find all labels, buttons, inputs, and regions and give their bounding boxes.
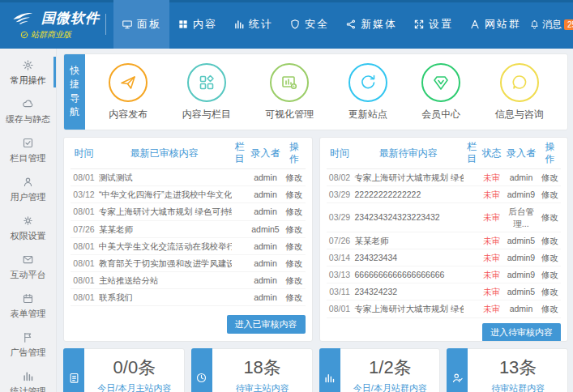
edit-link[interactable]: 修改 bbox=[284, 169, 306, 186]
nav-item-content[interactable]: 内容 bbox=[169, 0, 225, 49]
cell-entrant: admin bbox=[503, 300, 539, 317]
messages-label: 消息 bbox=[542, 18, 562, 32]
stat-value: 1/2条 bbox=[341, 356, 440, 380]
sidebar-item-ad-mgmt[interactable]: 广告管理 bbox=[0, 325, 56, 364]
main-nav: 面板 内容 统计 安全 新媒体 设置 网站群 bbox=[113, 0, 529, 49]
col-header-column: 栏目 bbox=[232, 138, 248, 169]
cell-title: 某某老师 bbox=[97, 220, 232, 237]
edit-link[interactable]: 修改 bbox=[539, 169, 561, 186]
cell-title: 234234324323223432 bbox=[353, 203, 464, 232]
stat-label: 待审站群内容 bbox=[468, 382, 567, 392]
cell-title: 某某老师 bbox=[353, 232, 464, 249]
edit-link[interactable]: 修改 bbox=[284, 203, 306, 220]
status-badge: 未审 bbox=[480, 232, 503, 249]
stat-value: 0/0条 bbox=[85, 356, 184, 380]
nav-item-sitegroup[interactable]: 网站群 bbox=[461, 0, 529, 49]
edit-link[interactable]: 修改 bbox=[284, 289, 306, 306]
nav-label: 新媒体 bbox=[361, 17, 397, 32]
quicknav-item-visual[interactable]: 可视化管理 bbox=[265, 63, 314, 121]
sidebar-item-stats-mgmt[interactable]: 统计管理 bbox=[0, 364, 56, 392]
cell-title: 专家上海研讨大城市规划 绿色可持续城市仍为热点... bbox=[353, 169, 464, 186]
table-row: 03/29 22222222222222 未审 admin9 修改 bbox=[327, 186, 562, 203]
sidebar-item-label: 用户管理 bbox=[11, 192, 46, 202]
sidebar-item-label: 广告管理 bbox=[11, 347, 46, 357]
table-row: 03/13 6666666666666666666 未审 admin9 修改 bbox=[327, 266, 562, 283]
shapes-icon bbox=[197, 73, 216, 92]
sidebar-item-form-mgmt[interactable]: 表单管理 bbox=[0, 286, 56, 325]
table-row: 08/01 主站推送给分站 admin 修改 bbox=[71, 272, 306, 289]
nav-item-stats[interactable]: 统计 bbox=[225, 0, 281, 49]
edit-link[interactable]: 修改 bbox=[539, 232, 561, 249]
quicknav-item-update-site[interactable]: 更新站点 bbox=[349, 63, 387, 121]
edit-link[interactable]: 修改 bbox=[539, 283, 561, 300]
cell-title: 主站推送给分站 bbox=[97, 272, 232, 289]
quicknav-item-info[interactable]: 信息与咨询 bbox=[495, 63, 544, 121]
table-row: 03/14 234323434 未审 admin9 修改 bbox=[327, 249, 562, 266]
grid-icon bbox=[177, 19, 189, 30]
edit-link[interactable]: 修改 bbox=[539, 266, 561, 283]
cell-entrant: admin bbox=[248, 186, 284, 203]
edit-link[interactable]: 修改 bbox=[284, 186, 306, 203]
cell-time: 08/01 bbox=[71, 254, 97, 271]
quicknav-label: 更新站点 bbox=[349, 109, 387, 120]
pending-content-card: 时间 最新待审内容 栏目 状态 录入者 操作 08/02 专家上海研讨大城市规划… bbox=[319, 137, 569, 342]
nav-item-settings[interactable]: 设置 bbox=[405, 0, 461, 49]
nav-label: 设置 bbox=[429, 17, 453, 32]
header-actions: 消息 255 更新网站 查看网站 bbox=[529, 14, 573, 36]
quicknav-item-member[interactable]: 会员中心 bbox=[421, 63, 460, 121]
icon-tab bbox=[447, 348, 468, 392]
bell-icon bbox=[529, 19, 540, 30]
nav-label: 统计 bbox=[249, 17, 273, 32]
edit-link[interactable]: 修改 bbox=[539, 203, 561, 232]
app-title: 国微软件 bbox=[41, 9, 100, 28]
cell-title: 22222222222222 bbox=[353, 186, 464, 203]
cell-column bbox=[232, 203, 248, 220]
col-header-title: 最新已审核内容 bbox=[97, 138, 232, 169]
col-header-op: 操作 bbox=[539, 138, 561, 169]
checksq-icon bbox=[22, 137, 34, 149]
quicknav-item-publish[interactable]: 内容发布 bbox=[109, 63, 148, 121]
table-row: 08/01 联系我们 admin 修改 bbox=[71, 289, 306, 306]
quick-nav-card: 快捷导航 内容发布 内容与栏目 可视化管理 更新站点 会员中心 bbox=[63, 53, 568, 130]
app-logo: 国微软件 站群商业版 bbox=[10, 9, 100, 40]
cell-entrant: admin5 bbox=[503, 283, 539, 300]
nav-item-security[interactable]: 安全 bbox=[281, 0, 337, 49]
sidebar-item-label: 缓存与静态 bbox=[6, 114, 50, 124]
edit-link[interactable]: 修改 bbox=[539, 249, 561, 266]
stat-card-main-pending: 18条 待审主站内容 bbox=[191, 348, 313, 392]
table-row: 08/01 测试测试 admin 修改 bbox=[71, 169, 306, 186]
edit-link[interactable]: 修改 bbox=[284, 220, 306, 237]
sidebar: 常用操作 缓存与静态 栏目管理 用户管理 权限设置 互动平台 表单管理 广告管理… bbox=[0, 49, 57, 392]
sidebar-item-column-mgmt[interactable]: 栏目管理 bbox=[0, 130, 56, 169]
icon-tab bbox=[191, 348, 212, 392]
edit-link[interactable]: 修改 bbox=[284, 272, 306, 289]
stat-body: 0/0条 今日/本月主站内容 bbox=[85, 349, 184, 392]
cell-title: 中美大学生文化交流活动在我校举行 bbox=[97, 237, 232, 254]
quicknav-item-content-column[interactable]: 内容与栏目 bbox=[182, 63, 231, 121]
enter-approved-button[interactable]: 进入已审核内容 bbox=[227, 315, 306, 334]
cell-time: 03/29 bbox=[327, 186, 353, 203]
cell-time: 03/29 bbox=[327, 203, 353, 232]
edit-link[interactable]: 修改 bbox=[284, 254, 306, 271]
sidebar-item-user-mgmt[interactable]: 用户管理 bbox=[0, 169, 56, 208]
sidebar-item-label: 常用操作 bbox=[11, 75, 46, 85]
messages-button[interactable]: 消息 255 bbox=[529, 18, 573, 32]
edit-link[interactable]: 修改 bbox=[284, 237, 306, 254]
cell-time: 03/13 bbox=[327, 266, 353, 283]
visual-icon bbox=[280, 73, 299, 92]
icon-circle bbox=[500, 63, 539, 102]
sidebar-item-interact[interactable]: 互动平台 bbox=[0, 247, 56, 286]
nav-item-newmedia[interactable]: 新媒体 bbox=[337, 0, 405, 49]
sidebar-item-permission[interactable]: 权限设置 bbox=[0, 208, 56, 247]
col-header-time: 时间 bbox=[71, 138, 97, 169]
enter-pending-button[interactable]: 进入待审核内容 bbox=[482, 323, 561, 342]
edit-link[interactable]: 修改 bbox=[539, 300, 561, 317]
edit-link[interactable]: 修改 bbox=[539, 186, 561, 203]
cell-time: 08/01 bbox=[71, 272, 97, 289]
cell-title: 测试测试 bbox=[97, 169, 232, 186]
cell-title: 234324232 bbox=[353, 283, 464, 300]
sidebar-item-cache-static[interactable]: 缓存与静态 bbox=[0, 92, 56, 130]
cell-column bbox=[464, 232, 480, 249]
sidebar-item-common-ops[interactable]: 常用操作 bbox=[0, 53, 56, 92]
nav-item-panel[interactable]: 面板 bbox=[113, 0, 169, 49]
